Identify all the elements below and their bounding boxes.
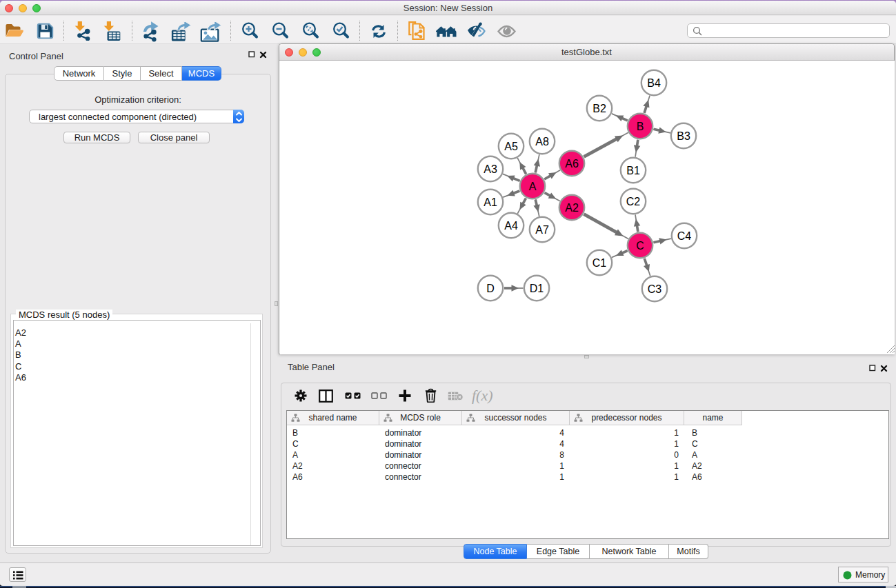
svg-text:C3: C3	[648, 283, 662, 295]
svg-text:A2: A2	[565, 202, 579, 214]
svg-text:C4: C4	[677, 230, 692, 242]
svg-text:A7: A7	[535, 224, 549, 236]
svg-text:A1: A1	[484, 196, 497, 208]
svg-text:B: B	[637, 121, 644, 132]
svg-text:B3: B3	[677, 130, 690, 142]
svg-text:B2: B2	[593, 103, 606, 114]
svg-text:A5: A5	[504, 141, 518, 152]
svg-text:A4: A4	[504, 220, 518, 232]
svg-text:A3: A3	[484, 163, 497, 175]
svg-text:A8: A8	[535, 136, 549, 148]
svg-text:D: D	[486, 283, 495, 294]
svg-text:B4: B4	[647, 77, 661, 89]
svg-text:D1: D1	[530, 283, 544, 294]
svg-text:C1: C1	[593, 257, 607, 269]
svg-text:A6: A6	[565, 158, 579, 170]
svg-text:C2: C2	[626, 196, 641, 207]
svg-text:A: A	[529, 181, 537, 192]
svg-text:B1: B1	[626, 165, 640, 176]
svg-text:C: C	[636, 240, 644, 252]
